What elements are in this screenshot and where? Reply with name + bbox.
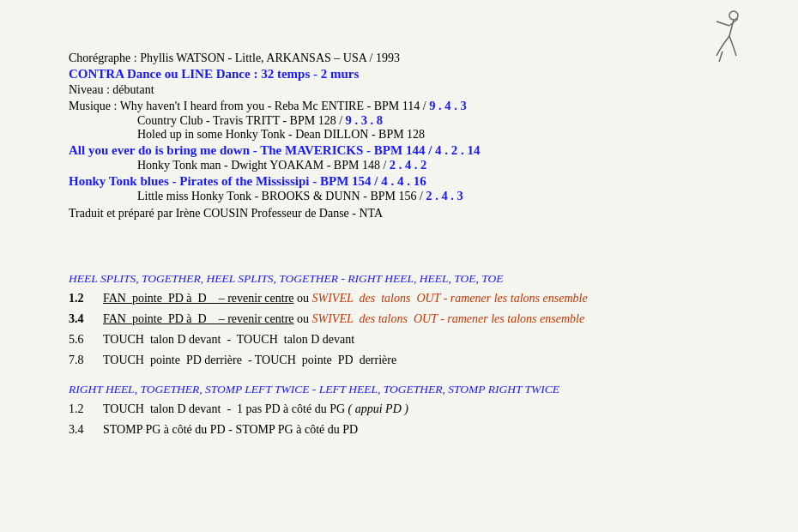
svg-line-2 bbox=[716, 21, 729, 26]
svg-point-0 bbox=[729, 11, 738, 20]
step-text: TOUCH pointe PD derrière - TOUCH pointe … bbox=[103, 351, 747, 369]
featured-song1: All you ever do is bring me down - The M… bbox=[69, 143, 747, 158]
section1-steps: 1.2 FAN pointe PD à D – revenir centre o… bbox=[69, 289, 747, 369]
featured-song2: Honky Tonk blues - Pirates of the Missis… bbox=[69, 174, 747, 189]
step-row: 1.2 TOUCH talon D devant - 1 pas PD à cô… bbox=[69, 400, 747, 418]
featured-song2-sub-highlight: 2 . 4 . 3 bbox=[426, 189, 463, 203]
step-num: 1.2 bbox=[69, 400, 103, 418]
step-underline: FAN pointe PD à D – revenir centre bbox=[103, 312, 294, 325]
step-num: 3.4 bbox=[69, 420, 103, 438]
step-row: 5.6 TOUCH talon D devant - TOUCH talon D… bbox=[69, 330, 747, 348]
step-text: TOUCH talon D devant - TOUCH talon D dev… bbox=[103, 330, 747, 348]
niveau-line: Niveau : débutant bbox=[69, 83, 747, 97]
step-row: 7.8 TOUCH pointe PD derrière - TOUCH poi… bbox=[69, 351, 747, 369]
swivel-text: SWIVEL des talons OUT - ramener les talo… bbox=[312, 292, 588, 305]
step-num: 5.6 bbox=[69, 330, 103, 348]
musique-line2: Country Club - Travis TRITT - BPM 128 / … bbox=[69, 113, 747, 128]
step-row: 1.2 FAN pointe PD à D – revenir centre o… bbox=[69, 289, 747, 307]
svg-line-4 bbox=[719, 51, 722, 62]
featured-song2-sub: Little miss Honky Tonk - BROOKS & DUNN -… bbox=[69, 189, 747, 203]
musique-block: Musique : Why haven't I heard from you -… bbox=[69, 99, 747, 203]
traduit-line: Traduit et préparé par Irène COUSIN Prof… bbox=[69, 207, 747, 221]
featured-song1-sub-highlight: 2 . 4 . 2 bbox=[390, 158, 427, 172]
step-num: 3.4 bbox=[69, 310, 103, 328]
section2-steps: 1.2 TOUCH talon D devant - 1 pas PD à cô… bbox=[69, 400, 747, 438]
musique-highlight2: 9 . 3 . 8 bbox=[346, 113, 384, 127]
step-text: FAN pointe PD à D – revenir centre ou SW… bbox=[103, 310, 747, 328]
featured-song1-sub: Honky Tonk man - Dwight YOAKAM - BPM 148… bbox=[69, 158, 747, 172]
step-text: TOUCH talon D devant - 1 pas PD à côté d… bbox=[103, 400, 747, 418]
step-row: 3.4 FAN pointe PD à D – revenir centre o… bbox=[69, 310, 747, 328]
musique-highlight1: 9 . 4 . 3 bbox=[429, 99, 467, 112]
musique-label: Musique : Why haven't I heard from you -… bbox=[69, 100, 429, 112]
dancer-illustration bbox=[704, 9, 747, 60]
choreographer-line: Chorégraphe : Phyllis WATSON - Little, A… bbox=[69, 51, 747, 65]
step-text: FAN pointe PD à D – revenir centre ou SW… bbox=[103, 289, 747, 307]
step-num: 7.8 bbox=[69, 351, 103, 369]
step-row: 3.4 STOMP PG à côté du PD - STOMP PG à c… bbox=[69, 420, 747, 438]
step-num: 1.2 bbox=[69, 289, 103, 307]
contra-dance-line: CONTRA Dance ou LINE Dance : 32 temps - … bbox=[69, 67, 747, 82]
step-text: STOMP PG à côté du PD - STOMP PG à côté … bbox=[103, 420, 747, 438]
musique-line3: Holed up in some Honky Tonk - Dean DILLO… bbox=[69, 128, 747, 142]
step-underline: FAN pointe PD à D – revenir centre bbox=[103, 292, 294, 305]
swivel-text: SWIVEL des talons OUT - ramener les talo… bbox=[312, 312, 585, 325]
section1-header: HEEL SPLITS, TOGETHER, HEEL SPLITS, TOGE… bbox=[69, 272, 747, 286]
section2-header: RIGHT HEEL, TOGETHER, STOMP LEFT TWICE -… bbox=[69, 383, 747, 396]
